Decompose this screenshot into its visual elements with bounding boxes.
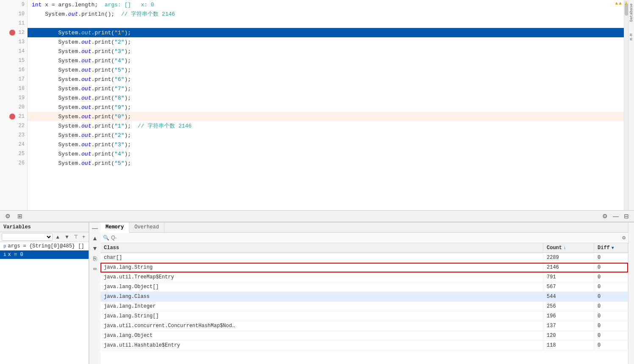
variable-text: x = 0: [8, 252, 23, 258]
diff-cell: 0: [594, 321, 628, 331]
settings-right-button[interactable]: ⚙: [601, 212, 609, 220]
layout-button[interactable]: ⊞: [16, 212, 24, 220]
line-gutter-row: 12: [0, 28, 27, 37]
code-line: System.out.print("9");: [28, 103, 624, 112]
code-line: System.out.print("4");: [28, 149, 624, 158]
frame-select[interactable]: [2, 233, 53, 241]
line-number: 25: [17, 151, 25, 157]
memory-row[interactable]: java.lang.Class5440: [100, 292, 628, 302]
variable-item[interactable]: ix = 0: [0, 250, 89, 259]
var-up-btn[interactable]: ▲: [53, 233, 62, 241]
variables-toolbar: ▲ ▼ ⊤ +: [0, 232, 89, 242]
line-number: 26: [17, 160, 25, 166]
diff-cell: 0: [594, 302, 628, 311]
nav-minus-btn[interactable]: —: [90, 223, 100, 233]
nav-infinity-btn[interactable]: ∞: [90, 264, 100, 273]
code-line: System.out.print("5");: [28, 158, 624, 168]
diff-cell: 0: [594, 282, 628, 292]
line-number: 22: [17, 123, 25, 129]
search-icon: 🔍: [103, 235, 109, 241]
memory-row[interactable]: java.lang.Integer2560: [100, 302, 628, 311]
memory-row[interactable]: java.lang.Object1200: [100, 331, 628, 341]
memory-row[interactable]: java.lang.String21460: [100, 263, 628, 272]
line-gutter-row: 22: [0, 121, 27, 131]
variable-text: args = {String[0]@485} []: [8, 243, 84, 249]
code-line: System.out.print("1");: [28, 28, 624, 37]
memory-table-header: Class Count ↓ Diff ▼: [100, 243, 628, 253]
class-cell: java.lang.Integer: [100, 302, 543, 311]
code-line: System.out.print("6");: [28, 75, 624, 84]
count-cell: 2289: [543, 253, 594, 262]
memory-row[interactable]: java.util.Hashtable$Entry1180: [100, 341, 628, 350]
memory-panel: Memory Overhead 🔍 ⚙ Class Count ↓ Diff ▼…: [100, 222, 628, 364]
line-number: 17: [17, 76, 25, 82]
memory-row[interactable]: java.util.TreeMap$Entry7910: [100, 272, 628, 282]
var-down-btn[interactable]: ▼: [63, 233, 71, 241]
variables-panel-header: Variables: [0, 222, 89, 232]
line-gutter-row: 25: [0, 149, 27, 158]
code-line: int x = args.length; args: [] x: 0: [28, 0, 624, 9]
col-count[interactable]: Count ↓: [543, 243, 594, 253]
editor-scrollbar[interactable]: ▲ ▲ 2: [624, 0, 628, 210]
tab-memory[interactable]: Memory: [100, 222, 129, 233]
class-cell: java.lang.String[]: [100, 311, 543, 321]
code-line: System.out.print("4");: [28, 56, 624, 65]
memory-rows: char[]22890java.lang.String21460java.uti…: [100, 253, 628, 350]
class-cell: java.lang.Object[]: [100, 282, 543, 292]
col-diff[interactable]: Diff ▼: [594, 243, 628, 253]
line-gutter-row: 16: [0, 65, 27, 75]
memory-table: Class Count ↓ Diff ▼ char[]22890java.lan…: [100, 243, 628, 364]
line-gutter-row: 18: [0, 84, 27, 93]
line-gutter-row: 24: [0, 140, 27, 149]
line-number: 13: [17, 39, 25, 45]
memory-row[interactable]: java.lang.Object[]5670: [100, 282, 628, 292]
count-cell: 196: [543, 311, 594, 321]
minus-button[interactable]: —: [611, 212, 620, 220]
editor-area: 91011121314151617181920212223242526 int …: [0, 0, 634, 210]
memory-row[interactable]: java.util.concurrent.ConcurrentHashMap$N…: [100, 321, 628, 331]
history-label[interactable]: H·H: [629, 32, 634, 42]
sort-arrow: ↓: [564, 246, 566, 250]
class-cell: java.util.Hashtable$Entry: [100, 341, 543, 350]
nav-down-btn[interactable]: ▼: [90, 244, 100, 253]
variable-item[interactable]: pargs = {String[0]@485} []: [0, 242, 89, 250]
memory-row[interactable]: java.lang.String[]1960: [100, 311, 628, 321]
nav-copy-btn[interactable]: ⎘: [90, 254, 100, 263]
diff-cell: 0: [594, 292, 628, 301]
line-number: 19: [17, 95, 25, 101]
line-number: 23: [17, 132, 25, 138]
expand-button[interactable]: ⊟: [622, 212, 631, 220]
count-cell: 567: [543, 282, 594, 292]
memory-row[interactable]: char[]22890: [100, 253, 628, 263]
variables-list: pargs = {String[0]@485} []ix = 0: [0, 242, 89, 364]
nav-buttons: — ▲ ▼ ⎘ ∞: [89, 222, 100, 364]
code-line: [28, 19, 624, 28]
var-add-btn[interactable]: +: [81, 233, 87, 241]
debug-panel: Variables ▲ ▼ ⊤ + pargs = {String[0]@485…: [0, 222, 634, 364]
nav-up-btn[interactable]: ▲: [90, 233, 100, 243]
database-label[interactable]: Database: [629, 2, 634, 23]
line-number: 21: [17, 114, 25, 119]
var-filter-btn[interactable]: ⊤: [72, 233, 80, 241]
line-number: 10: [17, 11, 25, 17]
gear-button[interactable]: ⚙: [3, 212, 12, 220]
line-number: 12: [17, 30, 25, 36]
line-gutter-row: 14: [0, 47, 27, 56]
memory-search-input[interactable]: [111, 235, 620, 241]
line-gutter-row: 19: [0, 93, 27, 103]
code-line: System.out.print("2");: [28, 37, 624, 47]
diff-cell: 0: [594, 311, 628, 321]
line-number: 15: [17, 58, 25, 64]
line-gutter-row: 13: [0, 37, 27, 47]
tab-overhead[interactable]: Overhead: [129, 222, 164, 232]
code-line: System.out.print("8");: [28, 93, 624, 103]
code-line: System.out.print("5");: [28, 65, 624, 75]
memory-gear-icon[interactable]: ⚙: [622, 234, 626, 241]
count-cell: 2146: [543, 263, 594, 272]
line-gutter: 91011121314151617181920212223242526: [0, 0, 28, 210]
line-number: 24: [17, 142, 25, 147]
diff-cell: 0: [594, 272, 628, 282]
warning-count: ▲ 2: [619, 1, 627, 6]
breakpoint-marker[interactable]: [9, 114, 15, 119]
breakpoint-marker[interactable]: [9, 30, 15, 36]
